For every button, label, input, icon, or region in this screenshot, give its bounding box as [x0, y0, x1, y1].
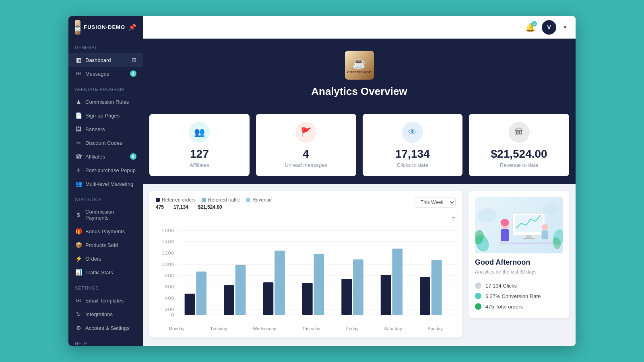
sidebar-item-account-settings[interactable]: ⚙ Account & Settings: [68, 321, 143, 335]
chart-stats: 475 17,134 $21,524.00: [156, 204, 272, 210]
sidebar-label-orders: Orders: [85, 256, 101, 262]
sidebar-label-sign-up-pages: Sign-up Pages: [85, 113, 120, 119]
sidebar-label-commission-rules: Commission Rules: [85, 99, 129, 105]
bar-thursday[interactable]: [302, 254, 324, 315]
x-label-wednesday: Wednesday: [253, 326, 276, 331]
section-label-settings: Settings: [68, 279, 143, 294]
chart-stat-revenue: $21,524.00: [198, 204, 222, 210]
bar-friday[interactable]: [341, 259, 363, 315]
sidebar-item-integrations[interactable]: ↻ Integrations: [68, 307, 143, 321]
user-avatar[interactable]: V: [542, 20, 556, 35]
revenue-stat-icon: 🏛: [509, 122, 530, 143]
svg-text:1400: 1400: [161, 240, 174, 244]
svg-point-33: [543, 204, 559, 215]
bar-wednesday[interactable]: [263, 251, 285, 315]
svg-point-32: [477, 208, 497, 222]
stat-card-clicks: 👁 17,134 Clicks to date: [363, 114, 463, 176]
sidebar-item-affiliates[interactable]: ☎ Affiliates 6: [68, 150, 143, 163]
shop-logo: ☕ COFFEESHOP: [345, 51, 374, 80]
svg-rect-19: [196, 272, 206, 315]
affiliates-badge: 6: [130, 153, 136, 160]
svg-text:600: 600: [165, 285, 174, 289]
sidebar-item-products-sold[interactable]: 📦 Products Sold: [68, 238, 143, 252]
chart-stat-value-referred-traffic: 17,134: [173, 204, 188, 210]
legend-label-referred-orders: Referred orders: [162, 197, 196, 203]
stat-card-revenue: 🏛 $21,524.00 Revenue to date: [469, 114, 569, 176]
sidebar-label-email-templates: Email Templates: [85, 298, 124, 304]
bar-saturday[interactable]: [381, 249, 402, 315]
svg-rect-26: [341, 279, 352, 315]
greeting-card: Good Afternoon Analytics for the last 30…: [469, 191, 569, 318]
sidebar-item-mlm[interactable]: 👥 Multi-level Marketing: [68, 177, 143, 191]
sidebar-item-discount-codes[interactable]: ✂ Discount Codes: [68, 136, 143, 150]
chart-menu-icon[interactable]: ≡: [156, 215, 456, 223]
post-purchase-icon: ✳: [75, 167, 82, 173]
chart-panel: Referred orders Referred traffic Revenue: [149, 191, 462, 337]
analytics-label-orders: 475 Total orders: [485, 304, 523, 310]
svg-rect-31: [431, 260, 442, 315]
messages-icon: ✉: [75, 70, 82, 77]
sidebar-item-email-templates[interactable]: ✉ Email Templates: [68, 294, 143, 307]
sidebar-label-products-sold: Products Sold: [85, 242, 118, 248]
bar-monday[interactable]: [185, 272, 206, 315]
sidebar-item-dashboard[interactable]: ▦ Dashboard ⊞: [68, 53, 143, 67]
sidebar-label-traffic-stats: Traffic Stats: [85, 269, 113, 276]
sidebar-item-banners[interactable]: 🖼 Banners: [68, 122, 143, 136]
sidebar-label-commission-payments: Commission Payments: [85, 209, 136, 221]
svg-text:0: 0: [171, 313, 174, 317]
sidebar-item-commission-payments[interactable]: $ Commission Payments: [68, 205, 143, 224]
sidebar: General ▦ Dashboard ⊞ ✉ Messages 4 Affil…: [68, 39, 143, 346]
svg-text:1000: 1000: [161, 262, 174, 267]
analytics-dot-orders: [475, 303, 481, 310]
section-label-statistics: Statistics: [68, 191, 143, 205]
email-templates-icon: ✉: [75, 297, 82, 304]
dashboard-icon: ▦: [75, 57, 82, 63]
sidebar-item-messages[interactable]: ✉ Messages 4: [68, 67, 143, 80]
chart-stat-referred-orders: 475: [156, 204, 164, 210]
revenue-stat-label: Revenue to date: [475, 162, 563, 168]
svg-rect-18: [185, 294, 195, 315]
svg-rect-41: [501, 229, 509, 241]
chart-filter-select[interactable]: This Week Last Week This Month Last Mont…: [415, 197, 456, 208]
greeting-subtitle: Analytics for the last 30 days: [475, 269, 563, 275]
svg-rect-39: [523, 238, 535, 239]
hero-section: ☕ COFFEESHOP Analytics Overview: [143, 39, 576, 114]
sidebar-item-sign-up-pages[interactable]: 📄 Sign-up Pages: [68, 109, 143, 122]
svg-text:1600: 1600: [161, 228, 174, 233]
commission-payments-icon: $: [75, 212, 82, 218]
revenue-stat-number: $21,524.00: [475, 148, 563, 160]
svg-text:800: 800: [165, 274, 174, 278]
pin-icon[interactable]: 📌: [128, 23, 136, 31]
sidebar-label-bonus-payments: Bonus Payments: [85, 228, 125, 234]
shop-logo-text: COFFEESHOP: [347, 70, 371, 74]
legend-dot-referred-orders: [156, 198, 160, 202]
stat-card-unread-messages: 🚩 4 Unread messages: [256, 114, 356, 176]
chart-filter[interactable]: This Week Last Week This Month Last Mont…: [415, 197, 456, 208]
x-label-friday: Friday: [346, 326, 359, 331]
svg-rect-27: [353, 259, 363, 315]
page-title: Analytics Overview: [151, 85, 568, 98]
sidebar-item-traffic-stats[interactable]: 📊 Traffic Stats: [68, 265, 143, 279]
analytics-dot-conversion: [475, 293, 481, 299]
sidebar-item-orders[interactable]: ⚡ Orders: [68, 252, 143, 265]
user-dropdown-arrow[interactable]: ▼: [563, 25, 568, 30]
affiliates-icon: ☎: [75, 153, 82, 160]
sidebar-item-bonus-payments[interactable]: 🎁 Bonus Payments: [68, 224, 143, 238]
greeting-title: Good Afternoon: [475, 258, 563, 267]
sidebar-label-integrations: Integrations: [85, 311, 113, 317]
legend-revenue: Revenue: [246, 197, 272, 203]
svg-rect-38: [526, 235, 532, 239]
sidebar-label-post-purchase: Post-purchase Popup: [85, 167, 136, 173]
svg-rect-29: [392, 249, 402, 315]
affiliates-stat-label: Affiliates: [156, 162, 243, 168]
analytics-list: 17,134 Clicks 6.27% Conversion Rate 475 …: [475, 280, 563, 312]
notification-bell[interactable]: 🔔 1: [525, 23, 535, 32]
sidebar-item-commission-rules[interactable]: ♟ Commission Rules: [68, 95, 143, 109]
chart-stat-value-revenue: $21,524.00: [198, 204, 222, 210]
bar-sunday[interactable]: [420, 260, 442, 315]
right-panel: Good Afternoon Analytics for the last 30…: [469, 191, 569, 337]
analytics-item-orders: 475 Total orders: [475, 301, 563, 312]
integrations-icon: ↻: [75, 311, 82, 317]
sidebar-item-post-purchase[interactable]: ✳ Post-purchase Popup: [68, 163, 143, 177]
bar-tuesday[interactable]: [224, 265, 246, 315]
